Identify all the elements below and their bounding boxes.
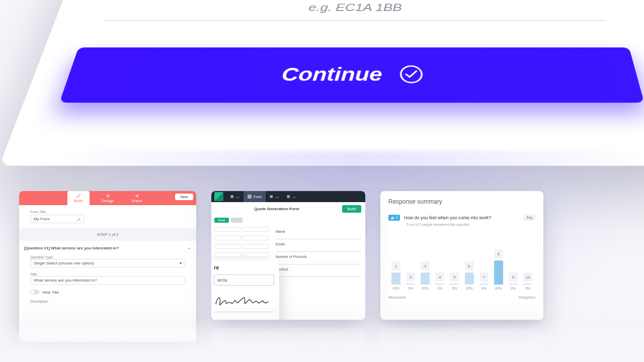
palette-item[interactable] bbox=[243, 244, 269, 249]
svg-rect-5 bbox=[248, 195, 251, 198]
chip-label: Build bbox=[218, 219, 225, 222]
hide-title-label: Hide Title bbox=[42, 290, 59, 295]
handwritten-signature bbox=[214, 291, 274, 309]
palette-item[interactable] bbox=[243, 252, 269, 257]
summary-title: Response summary bbox=[388, 198, 535, 205]
builder-red-card: Build Design Share Save Form Title My Fo… bbox=[19, 191, 196, 342]
rating-number: 5 bbox=[450, 273, 459, 282]
palette-item[interactable] bbox=[243, 235, 269, 240]
hero-postcode-input[interactable]: e.g. EC1A 1BB bbox=[104, 2, 605, 21]
bar-percent-label: 0% bbox=[449, 287, 460, 290]
topbar-tab-4[interactable]: ▦— bbox=[283, 191, 300, 202]
bar-percent-label: 0% bbox=[522, 287, 533, 290]
rating-column[interactable]: 5 bbox=[449, 273, 460, 285]
form-title-value: My Form bbox=[34, 217, 50, 221]
chip-build[interactable]: Build bbox=[214, 218, 229, 223]
qtype-select[interactable]: Single Select (choose one option) ▾ bbox=[30, 259, 185, 267]
tab-share[interactable]: Share bbox=[126, 191, 148, 205]
rating-number: 2 bbox=[406, 273, 415, 282]
rating-column[interactable]: 9 bbox=[508, 273, 519, 285]
hero-form-card: What is your post code? * e.g. EC1A 1BB … bbox=[0, 0, 644, 166]
form-title-input[interactable]: My Form bbox=[30, 215, 85, 223]
product-input[interactable] bbox=[276, 272, 361, 277]
qtype-value: Single Select (choose one option) bbox=[34, 261, 94, 265]
topbar-tab-form[interactable]: Form bbox=[244, 191, 266, 202]
rating-column[interactable]: 10 bbox=[522, 273, 533, 285]
topbar-tab-1[interactable]: ▦— bbox=[226, 191, 244, 202]
name-input[interactable] bbox=[276, 234, 361, 239]
rating-number: 1 bbox=[391, 261, 400, 270]
signature-name-input[interactable]: arcia bbox=[214, 275, 274, 286]
chip-gray[interactable] bbox=[231, 218, 243, 223]
avg-toggle[interactable]: Avg bbox=[523, 214, 535, 221]
bar-percent-label: 20% bbox=[420, 287, 431, 290]
form-icon bbox=[248, 195, 252, 199]
palette-item[interactable] bbox=[214, 252, 241, 257]
rating-bar bbox=[391, 273, 400, 285]
response-count: 5 out of 5 people answered this question bbox=[407, 223, 535, 226]
palette-item[interactable] bbox=[214, 227, 241, 232]
palette-item[interactable] bbox=[214, 235, 241, 240]
app-logo bbox=[214, 192, 223, 201]
canvas: Name Email Number of Products Product bbox=[272, 225, 365, 279]
accordion-title: [Question #1] What service are you inter… bbox=[24, 246, 119, 250]
num-products-input[interactable] bbox=[276, 259, 361, 264]
signature-name-value: arcia bbox=[217, 278, 227, 283]
rating-column[interactable]: 8 bbox=[493, 249, 504, 285]
rating-number: 6 bbox=[465, 261, 474, 270]
response-summary-card: Response summary 1 How do you feel when … bbox=[380, 191, 543, 320]
save-label: Save bbox=[180, 195, 188, 199]
save-button[interactable]: Save bbox=[175, 194, 193, 200]
topbar-tab-3[interactable]: ▦— bbox=[266, 191, 283, 202]
chevron-down-icon bbox=[187, 246, 191, 250]
bar-percent-label: 20% bbox=[390, 287, 401, 290]
palette-item[interactable] bbox=[214, 244, 241, 249]
rating-bar bbox=[406, 284, 415, 285]
build-button[interactable]: Build bbox=[342, 205, 361, 213]
step-indicator[interactable]: STEP 1 of 2 bbox=[19, 228, 196, 241]
dark-topbar: ▦— Form ▦— ▦— bbox=[211, 191, 365, 202]
rating-bar bbox=[421, 273, 430, 285]
svg-point-0 bbox=[400, 66, 422, 82]
builder-tabbar: Build Design Share Save bbox=[19, 191, 196, 205]
rating-column[interactable]: 6 bbox=[464, 261, 475, 285]
field-label-name: Name bbox=[276, 230, 361, 233]
rating-bar-chart: 12345678910 bbox=[388, 236, 535, 285]
continue-button[interactable]: Continue bbox=[59, 47, 644, 103]
rating-number: 4 bbox=[435, 273, 444, 282]
svg-rect-6 bbox=[391, 218, 392, 219]
scale-low: Miserable bbox=[388, 295, 406, 300]
rating-column[interactable]: 1 bbox=[390, 261, 401, 285]
rating-number: 7 bbox=[479, 273, 489, 282]
showcase-cards-row: Build Design Share Save Form Title My Fo… bbox=[19, 191, 623, 342]
question-number-badge: 1 bbox=[388, 215, 400, 221]
rating-bar bbox=[523, 284, 532, 285]
rating-number: 8 bbox=[494, 249, 503, 258]
signature-overlay-card: re arcia bbox=[211, 260, 279, 320]
question-accordion[interactable]: [Question #1] What service are you inter… bbox=[19, 246, 196, 250]
hide-title-toggle[interactable]: Hide Title bbox=[30, 290, 185, 295]
palette-item[interactable] bbox=[243, 227, 269, 232]
qtype-label: Question Type: bbox=[30, 255, 185, 259]
rating-column[interactable]: 3 bbox=[420, 261, 431, 285]
title-input[interactable]: What service are you interested in? bbox=[30, 276, 185, 285]
email-input[interactable] bbox=[276, 247, 361, 252]
rating-column[interactable]: 4 bbox=[434, 273, 445, 285]
description-label: Description: bbox=[30, 300, 185, 303]
form-name: Quote Generation Form bbox=[211, 207, 342, 211]
bar-percent-label: 20% bbox=[464, 287, 475, 290]
rating-column[interactable]: 7 bbox=[478, 273, 490, 285]
bar-percent-label: 0% bbox=[508, 287, 519, 290]
dark-builder-card: ▦— Form ▦— ▦— Quote Generation Form Buil… bbox=[211, 191, 365, 320]
svg-point-1 bbox=[107, 195, 109, 197]
rating-bar bbox=[509, 284, 518, 285]
tab-design[interactable]: Design bbox=[97, 191, 119, 205]
bar-percent-label: 0% bbox=[434, 287, 445, 290]
rating-bar bbox=[465, 273, 474, 285]
rating-bar bbox=[494, 260, 503, 285]
signature-rule bbox=[214, 312, 274, 312]
bar-percent-label: 0% bbox=[405, 287, 416, 290]
tab-build[interactable]: Build bbox=[67, 191, 90, 205]
step-label: STEP 1 of 2 bbox=[97, 232, 119, 237]
rating-column[interactable]: 2 bbox=[405, 273, 416, 285]
